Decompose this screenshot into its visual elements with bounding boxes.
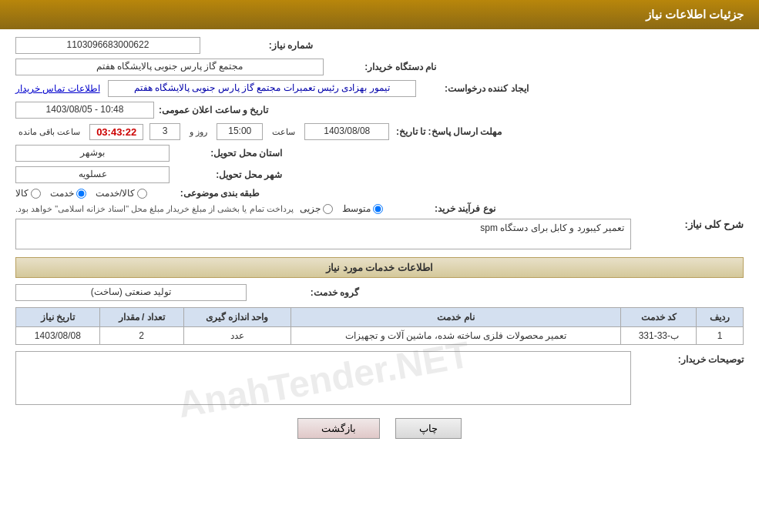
- services-section-title: اطلاعات خدمات مورد نیاز: [15, 257, 744, 278]
- page-wrapper: جزئیات اطلاعات نیاز شماره نیاز: 11030966…: [0, 0, 759, 532]
- deadline-days-label: روز و: [190, 127, 207, 137]
- purchase-type-note: پرداخت تمام یا بخشی از مبلغ خریدار مبلغ …: [15, 204, 294, 214]
- purchase-type-radio-group: متوسط جزیی: [300, 203, 383, 214]
- deadline-date-value: 1403/08/08: [304, 123, 389, 140]
- city-label: شهر محل تحویل:: [174, 169, 282, 180]
- services-table: ردیف کد خدمت نام خدمت واحد اندازه گیری ت…: [15, 307, 744, 345]
- category-radio-kala[interactable]: [31, 189, 41, 199]
- announce-date-value: 1403/08/05 - 10:48: [15, 102, 154, 119]
- buyer-notes-textarea[interactable]: [15, 351, 631, 405]
- need-number-row: شماره نیاز: 1103096683000622: [15, 37, 744, 54]
- description-value: تعمیر کیبورد و کابل برای دستگاه spm: [15, 219, 631, 249]
- page-title: جزئیات اطلاعات نیاز: [646, 8, 744, 21]
- col-service-code: کد خدمت: [621, 308, 697, 327]
- category-row: طبقه بندی موضوعی: کالا/خدمت خدمت کالا: [15, 188, 744, 199]
- buyer-notes-row: توصیحات خریدار: AnahTender.NET: [15, 351, 744, 407]
- category-option-khadamat: خدمت: [50, 188, 86, 199]
- deadline-time-value: 15:00: [217, 123, 263, 140]
- category-radio-group: کالا/خدمت خدمت کالا: [15, 188, 147, 199]
- purchase-type-row: نوع فرآیند خرید: متوسط جزیی پرداخت تمام …: [15, 203, 744, 214]
- category-option-kala: کالا: [15, 188, 41, 199]
- announce-date-label: تاریخ و ساعت اعلان عمومی:: [159, 105, 268, 115]
- category-option-kala-khadamat: کالا/خدمت: [96, 188, 147, 199]
- deadline-time-label: ساعت: [272, 127, 295, 137]
- cell-date: 1403/08/08: [16, 327, 100, 345]
- print-button[interactable]: چاپ: [395, 418, 462, 439]
- watermark-area: AnahTender.NET: [15, 351, 631, 407]
- cell-row: 1: [697, 327, 744, 345]
- province-label: استان محل تحویل:: [174, 148, 282, 159]
- description-row: شرح کلی نیاز: تعمیر کیبورد و کابل برای د…: [15, 219, 744, 249]
- contact-link[interactable]: اطلاعات تماس خریدار: [15, 83, 100, 94]
- requester-label: ایجاد کننده درخواست:: [421, 83, 529, 94]
- deadline-label: مهلت ارسال پاسخ: تا تاریخ:: [394, 126, 502, 137]
- purchase-type-jozi-label: جزیی: [300, 203, 321, 214]
- button-row: چاپ بازگشت: [15, 418, 744, 439]
- deadline-countdown-label: ساعت باقی مانده: [18, 127, 80, 137]
- deadline-days-value: 3: [149, 123, 180, 140]
- description-label: شرح کلی نیاز:: [636, 219, 744, 230]
- buyer-org-value: مجتمع گاز پارس جنوبی پالایشگاه هفتم: [15, 59, 324, 75]
- category-khadamat-label: خدمت: [50, 188, 74, 199]
- col-service-name: نام خدمت: [291, 308, 621, 327]
- deadline-countdown-value: 03:43:22: [89, 124, 143, 140]
- col-qty: تعداد / مقدار: [99, 308, 183, 327]
- service-group-row: گروه خدمت: تولید صنعتی (ساخت): [15, 284, 744, 301]
- category-radio-kala-khadamat[interactable]: [137, 189, 147, 199]
- main-content: شماره نیاز: 1103096683000622 نام دستگاه …: [0, 29, 759, 454]
- need-number-label: شماره نیاز:: [205, 40, 313, 51]
- deadline-row: مهلت ارسال پاسخ: تا تاریخ: 1403/08/08 سا…: [15, 123, 744, 140]
- service-group-label: گروه خدمت:: [251, 287, 359, 298]
- need-number-value: 1103096683000622: [15, 37, 200, 54]
- requester-value: تیمور بهزادی رئیس تعمیرات مجتمع گاز پارس…: [108, 80, 416, 97]
- col-row-num: ردیف: [697, 308, 744, 327]
- buyer-org-label: نام دستگاه خریدار:: [328, 62, 436, 72]
- purchase-type-radio-jozi[interactable]: [323, 204, 333, 214]
- services-table-section: ردیف کد خدمت نام خدمت واحد اندازه گیری ت…: [15, 307, 744, 345]
- category-kala-label: کالا: [15, 188, 29, 199]
- table-row: 1ب-33-331تعمیر محصولات فلزی ساخته شده، م…: [16, 327, 744, 345]
- purchase-type-radio-mutawaset[interactable]: [373, 204, 383, 214]
- purchase-type-mutawaset-label: متوسط: [342, 203, 371, 214]
- service-group-value: تولید صنعتی (ساخت): [15, 284, 247, 301]
- purchase-type-label: نوع فرآیند خرید:: [388, 203, 495, 214]
- cell-qty: 2: [99, 327, 183, 345]
- purchase-type-option-mutawaset: متوسط: [342, 203, 383, 214]
- back-button[interactable]: بازگشت: [297, 418, 380, 439]
- col-need-date: تاریخ نیاز: [16, 308, 100, 327]
- purchase-type-option-jozi: جزیی: [300, 203, 333, 214]
- cell-code: ب-33-331: [621, 327, 697, 345]
- table-header-row: ردیف کد خدمت نام خدمت واحد اندازه گیری ت…: [16, 308, 744, 327]
- city-value: عسلویه: [15, 166, 170, 183]
- cell-unit: عدد: [183, 327, 291, 345]
- page-header: جزئیات اطلاعات نیاز: [0, 0, 759, 29]
- city-row: شهر محل تحویل: عسلویه: [15, 166, 744, 183]
- category-radio-khadamat[interactable]: [76, 189, 86, 199]
- category-kala-khadamat-label: کالا/خدمت: [96, 188, 135, 199]
- col-unit: واحد اندازه گیری: [183, 308, 291, 327]
- province-value: بوشهر: [15, 145, 170, 162]
- announce-date-row: تاریخ و ساعت اعلان عمومی: 1403/08/05 - 1…: [15, 102, 744, 119]
- buyer-org-row: نام دستگاه خریدار: مجتمع گاز پارس جنوبی …: [15, 59, 744, 75]
- buyer-notes-label: توصیحات خریدار:: [636, 351, 744, 365]
- province-row: استان محل تحویل: بوشهر: [15, 145, 744, 162]
- cell-name: تعمیر محصولات فلزی ساخته شده، ماشین آلات…: [291, 327, 621, 345]
- category-label: طبقه بندی موضوعی:: [152, 188, 260, 199]
- requester-row: ایجاد کننده درخواست: تیمور بهزادی رئیس ت…: [15, 80, 744, 97]
- deadline-time-row: 1403/08/08 ساعت 15:00 روز و 3 03:43:22 س…: [15, 123, 389, 140]
